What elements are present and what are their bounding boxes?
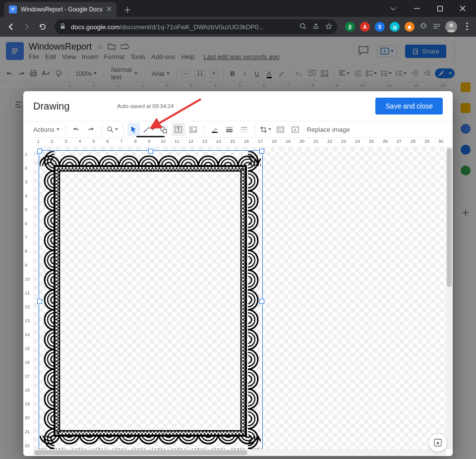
line-tool[interactable]	[142, 123, 155, 136]
url-path: /document/d/1q-71oFwK_DWhzbV0uzUG3kDP0..…	[119, 23, 263, 31]
dialog-header: Drawing Auto-saved at 09:34:24 Save and …	[23, 91, 453, 121]
svg-rect-40	[277, 127, 284, 132]
autosave-status: Auto-saved at 09:34:24	[117, 103, 174, 109]
drawing-canvas-wrap: 12345678910111213141516171819202122	[23, 147, 453, 449]
extension-metamask-icon[interactable]: ◆	[405, 22, 415, 32]
undo-drawing-button[interactable]	[70, 123, 83, 136]
replace-image-button[interactable]: Replace image	[304, 126, 353, 133]
svg-point-10	[466, 22, 468, 24]
extensions-menu-icon[interactable]	[419, 22, 427, 32]
docs-favicon-icon	[9, 5, 17, 13]
canvas-scrollbar-horizontal[interactable]	[33, 449, 446, 456]
extension-abp-icon[interactable]: A	[360, 22, 370, 32]
url-host: docs.google.com	[71, 23, 119, 31]
drawing-dialog: Drawing Auto-saved at 09:34:24 Save and …	[23, 91, 453, 456]
svg-rect-1	[11, 8, 14, 8]
svg-rect-3	[11, 10, 13, 10]
reload-button[interactable]	[36, 20, 50, 34]
svg-point-7	[300, 23, 305, 28]
svg-point-9	[449, 23, 453, 27]
resize-handle-w[interactable]	[37, 299, 42, 304]
lock-icon	[60, 23, 66, 31]
svg-point-33	[108, 127, 112, 131]
profile-avatar-icon[interactable]	[445, 21, 457, 33]
border-dash-button[interactable]	[238, 123, 251, 136]
tab-search-icon[interactable]	[386, 1, 401, 16]
drawing-toolbar: Actions Replace image	[23, 121, 453, 137]
save-and-close-button[interactable]: Save and close	[375, 98, 443, 115]
page-zoom-icon[interactable]	[299, 23, 306, 31]
border-color-button[interactable]	[208, 123, 221, 136]
border-weight-button[interactable]	[223, 123, 236, 136]
svg-rect-39	[212, 132, 218, 133]
maximize-button[interactable]	[428, 1, 451, 16]
svg-rect-41	[279, 128, 282, 131]
resize-handle-n[interactable]	[148, 149, 153, 154]
drawing-ruler-horizontal: 1234567891011121314151617181920212223242…	[33, 137, 453, 147]
minimize-button[interactable]	[406, 1, 428, 16]
svg-rect-6	[61, 26, 65, 29]
extension-beta-icon[interactable]: β	[345, 22, 355, 32]
svg-point-38	[191, 128, 192, 129]
dialog-title: Drawing	[33, 101, 69, 112]
tab-strip: WindowsReport - Google Docs	[0, 0, 134, 17]
image-tool[interactable]	[187, 123, 200, 136]
browser-tab[interactable]: WindowsReport - Google Docs	[4, 2, 117, 17]
select-tool[interactable]	[127, 123, 140, 136]
mask-tool[interactable]	[274, 123, 287, 136]
svg-rect-5	[437, 6, 442, 11]
textbox-tool[interactable]	[172, 123, 185, 136]
browser-menu-icon[interactable]	[462, 22, 472, 32]
drawing-ruler-vertical: 12345678910111213141516171819202122	[23, 147, 34, 449]
close-window-button[interactable]	[451, 1, 474, 16]
share-url-icon[interactable]	[312, 23, 319, 31]
svg-rect-4	[414, 8, 420, 9]
extension-s-icon[interactable]: S	[375, 22, 385, 32]
browser-titlebar: WindowsReport - Google Docs	[0, 0, 476, 17]
canvas-scrollbar-vertical[interactable]	[446, 147, 453, 449]
resize-handle-e[interactable]	[259, 299, 264, 304]
drawing-canvas[interactable]	[34, 147, 453, 449]
resize-handle-ne[interactable]	[259, 149, 264, 154]
back-button[interactable]	[4, 20, 18, 34]
forward-button[interactable]	[20, 20, 34, 34]
address-bar-row: docs.google.com /document/d/1q-71oFwK_DW…	[0, 17, 476, 37]
address-bar[interactable]: docs.google.com /document/d/1q-71oFwK_DW…	[55, 19, 337, 34]
shape-tool[interactable]	[157, 123, 170, 136]
new-tab-button[interactable]	[120, 3, 134, 17]
crop-tool[interactable]	[259, 123, 272, 136]
svg-rect-35	[163, 129, 167, 133]
resize-handle-nw[interactable]	[37, 149, 42, 154]
reset-image-button[interactable]	[289, 123, 302, 136]
window-controls	[386, 1, 476, 16]
extensions-strip: β A S ◎ ◆	[345, 21, 472, 33]
zoom-tool[interactable]	[106, 123, 119, 136]
svg-point-12	[466, 28, 468, 30]
actions-menu[interactable]: Actions	[31, 126, 61, 133]
svg-rect-2	[11, 9, 14, 9]
svg-point-11	[466, 25, 468, 27]
redo-drawing-button[interactable]	[85, 123, 98, 136]
explore-button[interactable]	[428, 433, 447, 452]
reading-list-icon[interactable]	[432, 22, 440, 32]
tab-close-icon[interactable]	[107, 6, 112, 13]
star-icon[interactable]	[325, 23, 332, 31]
selection-box[interactable]	[39, 150, 263, 449]
extension-bot-icon[interactable]: ◎	[390, 22, 400, 32]
tab-title: WindowsReport - Google Docs	[21, 6, 103, 13]
